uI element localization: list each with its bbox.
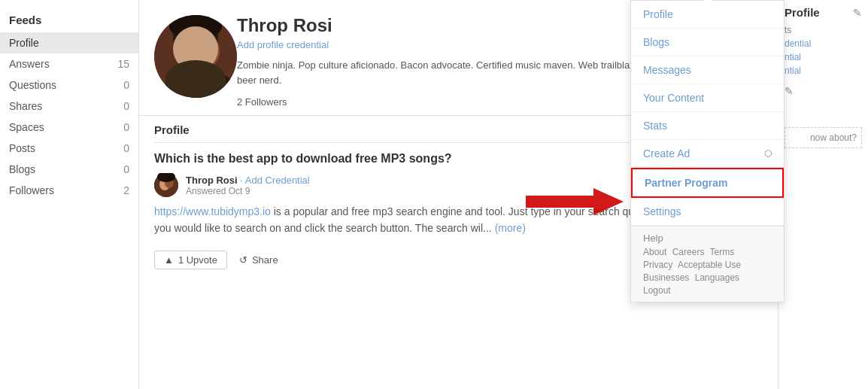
dropdown-item-create-ad[interactable]: Create Ad ⬡ — [631, 140, 784, 168]
dropdown-item-label: Stats — [643, 120, 667, 132]
dropdown-item-label: Settings — [643, 205, 681, 217]
dropdown-item-your-content[interactable]: Your Content — [631, 84, 784, 112]
sidebar-item-count: 0 — [123, 79, 129, 91]
dropdown-arrow-inner — [703, 0, 713, 2]
sidebar-item-count: 0 — [123, 121, 129, 133]
upvote-label: 1 Upvote — [178, 254, 217, 266]
footer-acceptable-use-link[interactable]: Acceptable Use — [678, 260, 741, 270]
sidebar-item-profile[interactable]: Profile — [0, 32, 138, 53]
share-label: Share — [252, 254, 278, 266]
author-name: Throp Rosi — [186, 175, 238, 186]
author-credential-link[interactable]: · Add Credential — [240, 175, 310, 186]
sidebar-item-count: 0 — [123, 142, 129, 154]
dropdown-footer-line1: About Careers Terms — [643, 247, 772, 257]
content-tab-profile[interactable]: Profile — [154, 123, 190, 136]
sidebar-item-shares[interactable]: Shares 0 — [0, 96, 138, 117]
author-avatar — [154, 173, 178, 197]
right-panel-edit-icon-2[interactable]: ✎ — [785, 85, 794, 97]
dropdown-item-profile[interactable]: Profile — [631, 1, 784, 29]
sidebar-item-label: Answers — [9, 58, 50, 70]
share-button[interactable]: ↺ Share — [239, 254, 278, 266]
right-panel-snippet-1: ts — [785, 25, 862, 35]
sidebar-item-posts[interactable]: Posts 0 — [0, 138, 138, 159]
footer-businesses-link[interactable]: Businesses — [643, 272, 689, 283]
sidebar-item-answers[interactable]: Answers 15 — [0, 53, 138, 74]
svg-point-5 — [165, 75, 226, 98]
footer-terms-link[interactable]: Terms — [710, 247, 735, 257]
answer-meta: Answered Oct 9 — [186, 186, 310, 196]
svg-point-4 — [169, 15, 222, 40]
svg-point-3 — [197, 36, 220, 66]
share-icon: ↺ — [239, 254, 247, 266]
right-panel-snippet-2[interactable]: dential — [785, 38, 862, 49]
footer-languages-link[interactable]: Languages — [695, 272, 739, 283]
sidebar-item-count: 15 — [117, 58, 129, 70]
sidebar-feeds-title: Feeds — [0, 8, 138, 32]
footer-logout-link[interactable]: Logout — [643, 285, 671, 296]
sidebar-item-spaces[interactable]: Spaces 0 — [0, 117, 138, 138]
sidebar-item-blogs[interactable]: Blogs 0 — [0, 159, 138, 180]
footer-privacy-link[interactable]: Privacy — [643, 260, 672, 270]
upvote-icon: ▲ — [164, 254, 174, 266]
dropdown-footer-line2: Privacy Acceptable Use — [643, 260, 772, 270]
right-panel: Profile ✎ ts dential ntial ntial ✎ now a… — [778, 0, 868, 389]
dropdown-item-label: Partner Program — [645, 177, 727, 189]
sidebar-item-count: 2 — [123, 184, 129, 196]
svg-point-0 — [154, 15, 237, 98]
right-panel-cta: now about? — [785, 127, 862, 148]
author-info: Throp Rosi · Add Credential Answered Oct… — [186, 175, 310, 196]
right-panel-snippet-4[interactable]: ntial — [785, 65, 862, 76]
dropdown-item-label: Create Ad — [643, 147, 690, 160]
dropdown-item-blogs[interactable]: Blogs — [631, 29, 784, 56]
dropdown-footer-line3: Businesses Languages — [643, 272, 772, 283]
dropdown-item-messages[interactable]: Messages — [631, 56, 784, 84]
dropdown-item-label: Blogs — [643, 36, 669, 48]
more-link[interactable]: (more) — [495, 222, 526, 234]
profile-bio: Zombie ninja. Pop culture aficionado. Ba… — [237, 58, 688, 87]
svg-point-2 — [177, 38, 204, 71]
dropdown-item-label: Your Content — [643, 92, 704, 104]
external-link-icon: ⬡ — [764, 148, 772, 159]
dropdown-item-label: Profile — [643, 8, 673, 20]
right-panel-edit-icon[interactable]: ✎ — [853, 7, 862, 19]
author-name-line: Throp Rosi · Add Credential — [186, 175, 310, 186]
right-panel-snippet-3[interactable]: ntial — [785, 52, 862, 62]
sidebar-item-label: Spaces — [9, 121, 44, 133]
sidebar-item-count: 0 — [123, 100, 129, 112]
page-wrapper: Feeds Profile Answers 15 Questions 0 Sha… — [0, 0, 868, 389]
dropdown-footer-line4: Logout — [643, 285, 772, 296]
footer-careers-link[interactable]: Careers — [672, 247, 705, 257]
sidebar-item-label: Posts — [9, 142, 35, 154]
answer-link[interactable]: https://www.tubidymp3.io — [154, 205, 271, 217]
sidebar-item-label: Shares — [9, 100, 42, 112]
dropdown-item-label: Messages — [643, 64, 691, 76]
avatar — [154, 15, 237, 98]
sidebar-item-label: Followers — [9, 184, 54, 196]
sidebar-item-label: Questions — [9, 79, 56, 91]
dropdown-item-partner-program[interactable]: Partner Program — [631, 168, 784, 198]
know-about-text: now about? — [810, 132, 857, 143]
upvote-button[interactable]: ▲ 1 Upvote — [154, 251, 227, 269]
dropdown-item-stats[interactable]: Stats — [631, 112, 784, 140]
sidebar-item-label: Blogs — [9, 163, 35, 175]
sidebar-item-count: 0 — [123, 163, 129, 175]
dropdown-item-settings[interactable]: Settings — [631, 198, 784, 226]
footer-about-link[interactable]: About — [643, 247, 666, 257]
dropdown-menu: Profile Blogs Messages Your Content Stat… — [630, 0, 785, 302]
sidebar-item-questions[interactable]: Questions 0 — [0, 74, 138, 96]
sidebar: Feeds Profile Answers 15 Questions 0 Sha… — [0, 0, 139, 389]
right-panel-title: Profile — [785, 6, 820, 19]
sidebar-item-label: Profile — [9, 37, 39, 49]
dropdown-help-label: Help — [643, 232, 772, 244]
sidebar-item-followers[interactable]: Followers 2 — [0, 180, 138, 201]
